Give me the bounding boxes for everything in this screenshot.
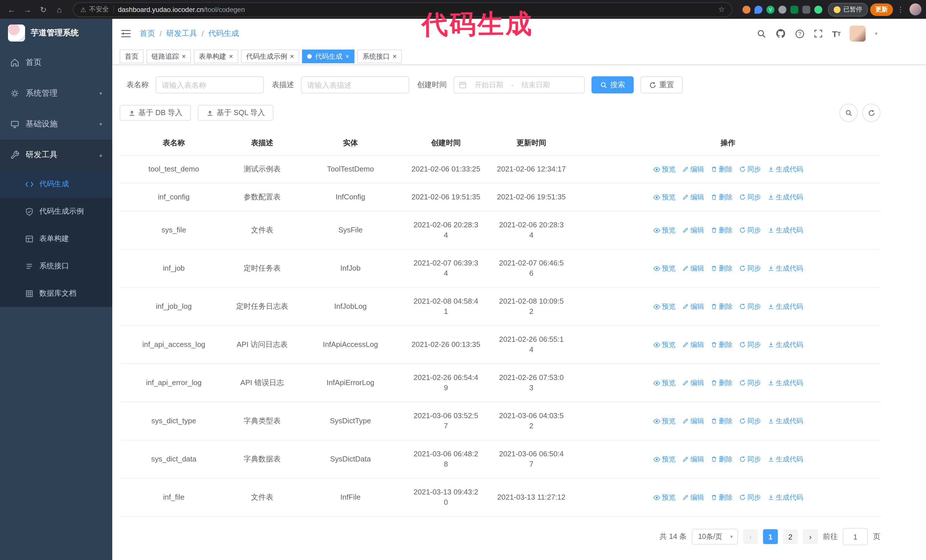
extension-icon[interactable]: V [766,5,775,14]
delete-link[interactable]: 删除 [710,301,732,312]
tab-active[interactable]: 代码生成× [302,50,354,63]
sync-link[interactable]: 同步 [739,225,761,235]
goto-page-input[interactable] [843,528,868,545]
prev-page-button[interactable]: ‹ [743,529,758,544]
sync-link[interactable]: 同步 [739,492,761,503]
import-db-button[interactable]: 基于 DB 导入 [120,105,191,121]
breadcrumb-devtools[interactable]: 研发工具 [166,29,197,39]
sidebar-item-devtools[interactable]: 研发工具 ▴ [0,140,112,171]
sync-link[interactable]: 同步 [739,454,761,464]
date-range-picker[interactable]: - [454,76,585,94]
bookmark-star-icon[interactable]: ☆ [718,5,725,14]
sidebar-item-infra[interactable]: 基础设施 ▾ [0,109,112,140]
edit-link[interactable]: 编辑 [682,301,704,312]
avatar-caret-icon[interactable]: ▾ [875,31,878,36]
extension-icon[interactable] [743,5,750,14]
page-button[interactable]: 2 [783,529,798,544]
delete-link[interactable]: 删除 [710,492,732,503]
tab-close-icon[interactable]: × [229,53,233,60]
address-bar[interactable]: ⚠ 不安全 dashboard.yudao.iocoder.cn/tool/co… [73,2,732,17]
generate-code-link[interactable]: 生成代码 [767,454,803,464]
refresh-table-button[interactable] [862,104,881,122]
breadcrumb-current[interactable]: 代码生成 [208,29,239,39]
reload-icon[interactable]: ↻ [36,3,50,16]
preview-link[interactable]: 预览 [653,164,676,174]
app-logo[interactable]: 芋道管理系统 [0,19,112,47]
forward-icon[interactable]: → [21,3,34,16]
tab-close-icon[interactable]: × [345,53,349,60]
edit-link[interactable]: 编辑 [682,192,704,202]
extension-icon[interactable] [802,5,810,14]
sidebar-item-db-docs[interactable]: 数据库文档 [0,280,112,307]
table-name-input[interactable] [156,76,264,94]
security-indicator[interactable]: ⚠ 不安全 [80,5,114,14]
extension-icon[interactable] [755,5,763,14]
browser-menu-icon[interactable]: ⋮ [895,5,906,14]
sync-link[interactable]: 同步 [739,263,761,273]
tab-close-icon[interactable]: × [393,53,396,60]
generate-code-link[interactable]: 生成代码 [767,192,803,202]
extension-icon[interactable] [790,5,798,14]
preview-link[interactable]: 预览 [653,301,676,312]
tab-item[interactable]: 首页 [120,50,144,63]
import-sql-button[interactable]: 基于 SQL 导入 [198,105,274,121]
delete-link[interactable]: 删除 [710,454,732,464]
back-icon[interactable]: ← [5,3,18,16]
browser-profile-avatar[interactable] [909,3,921,15]
next-page-button[interactable]: › [803,529,818,544]
preview-link[interactable]: 预览 [653,192,676,202]
edit-link[interactable]: 编辑 [682,416,704,426]
preview-link[interactable]: 预览 [653,340,676,350]
generate-code-link[interactable]: 生成代码 [767,164,803,174]
github-icon[interactable] [776,29,786,39]
edit-link[interactable]: 编辑 [682,378,704,388]
edit-link[interactable]: 编辑 [682,164,704,174]
font-size-icon[interactable]: TT [832,29,841,38]
preview-link[interactable]: 预览 [653,263,676,273]
sidebar-item-system[interactable]: 系统管理 ▾ [0,78,112,109]
sidebar-item-home[interactable]: 首页 [0,47,112,78]
sidebar-item-codegen[interactable]: 代码生成 [0,171,112,198]
preview-link[interactable]: 预览 [653,454,676,464]
page-size-select[interactable]: 10条/页 ▾ [692,529,738,545]
paused-badge[interactable]: 已暂停 [828,3,868,16]
delete-link[interactable]: 删除 [710,263,732,273]
user-avatar[interactable] [850,26,866,42]
sidebar-item-system-api[interactable]: 系统接口 [0,252,112,280]
edit-link[interactable]: 编辑 [682,225,704,235]
delete-link[interactable]: 删除 [710,340,732,350]
generate-code-link[interactable]: 生成代码 [767,263,803,273]
sync-link[interactable]: 同步 [739,378,761,388]
generate-code-link[interactable]: 生成代码 [767,378,803,388]
edit-link[interactable]: 编辑 [682,340,704,350]
preview-link[interactable]: 预览 [653,416,676,426]
date-end-input[interactable] [517,80,554,89]
preview-link[interactable]: 预览 [653,225,676,235]
breadcrumb-home[interactable]: 首页 [139,29,155,39]
tab-close-icon[interactable]: × [290,53,294,60]
help-icon[interactable]: ? [795,29,805,38]
preview-link[interactable]: 预览 [653,492,676,503]
page-button-current[interactable]: 1 [763,529,778,544]
preview-link[interactable]: 预览 [653,378,676,388]
fullscreen-icon[interactable] [814,29,823,38]
sidebar-item-form-builder[interactable]: 表单构建 [0,225,112,252]
sync-link[interactable]: 同步 [739,416,761,426]
search-icon[interactable] [757,29,766,38]
sync-link[interactable]: 同步 [739,192,761,202]
delete-link[interactable]: 删除 [710,378,732,388]
date-start-input[interactable] [470,80,508,89]
update-button[interactable]: 更新 [870,3,893,16]
sync-link[interactable]: 同步 [739,301,761,312]
delete-link[interactable]: 删除 [710,225,732,235]
reset-button[interactable]: 重置 [640,76,683,94]
tab-close-icon[interactable]: × [182,53,186,60]
delete-link[interactable]: 删除 [710,192,732,202]
tab-item[interactable]: 代码生成示例× [241,50,299,63]
generate-code-link[interactable]: 生成代码 [767,225,803,235]
extension-icon[interactable] [814,5,822,14]
edit-link[interactable]: 编辑 [682,492,704,503]
toggle-search-button[interactable] [840,104,858,122]
generate-code-link[interactable]: 生成代码 [767,301,803,312]
edit-link[interactable]: 编辑 [682,454,704,464]
